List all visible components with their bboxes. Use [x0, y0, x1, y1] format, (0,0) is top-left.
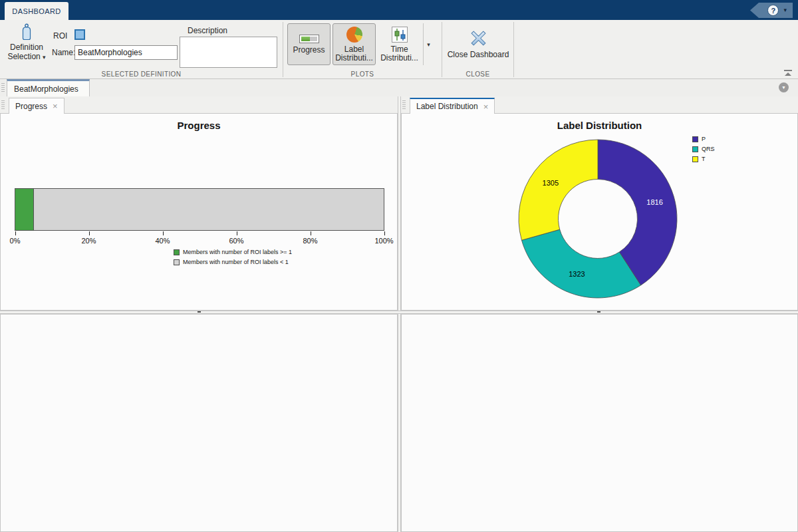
drag-grip-icon[interactable] — [1, 83, 5, 92]
roi-label: ROI — [53, 31, 67, 41]
donut-svg: 181613231305 — [402, 114, 797, 309]
legend-label: P — [702, 136, 706, 142]
panel-empty-bottom-left — [0, 314, 398, 532]
tab-beatmorphologies[interactable]: BeatMorphologies — [7, 79, 90, 96]
chart-title: Progress — [1, 120, 397, 131]
axis-tick — [15, 231, 16, 235]
label-distribution-plot-label-line2: Distributi... — [335, 53, 373, 63]
minimize-ribbon-icon — [784, 70, 792, 71]
close-tab-icon[interactable]: × — [53, 102, 58, 110]
close-dashboard-button[interactable]: Close Dashboard — [446, 23, 511, 65]
tab-progress[interactable]: Progress × — [9, 98, 65, 114]
arrow-up-icon — [785, 72, 791, 76]
time-distribution-plot-label-line1: Time — [390, 45, 408, 54]
axis-tick-label: 60% — [229, 237, 243, 245]
legend-swatch — [692, 156, 698, 162]
legend-item: T — [692, 156, 715, 162]
panel-progress: Progress × Progress 0%20%40%60%80%100% M… — [0, 96, 398, 311]
progress-plot-button[interactable]: Progress — [287, 23, 331, 65]
legend-item: P — [692, 136, 715, 142]
help-caret-icon: ▾ — [783, 7, 787, 13]
dashboard-grid: Progress × Progress 0%20%40%60%80%100% M… — [0, 96, 798, 532]
slice-value-label: 1323 — [569, 270, 585, 278]
axis-tick-label: 40% — [155, 237, 170, 245]
definition-selection-button[interactable]: Definition Selection ▾ — [3, 23, 51, 66]
donut-legend: PQRST — [692, 136, 715, 166]
slice-value-label: 1816 — [646, 198, 662, 206]
splitter-grip-icon — [597, 311, 600, 313]
time-distribution-plot-button[interactable]: Time Distributi... — [378, 23, 421, 65]
axis-tick-label: 80% — [303, 237, 317, 245]
axis-tick-label: 100% — [374, 237, 393, 245]
section-close: Close Dashboard CLOSE — [442, 20, 513, 78]
legend-item: Members with number of ROI labels < 1 — [174, 259, 292, 265]
legend-label: T — [702, 156, 706, 162]
help-icon: ? — [767, 5, 779, 16]
description-label: Description — [188, 26, 227, 35]
axis-tick — [163, 231, 164, 235]
roi-color-swatch-icon — [74, 29, 85, 40]
definition-selection-label-line1: Definition — [10, 43, 43, 52]
legend-label: QRS — [702, 146, 715, 152]
drag-grip-icon[interactable] — [402, 100, 406, 110]
ribbon-divider — [513, 22, 514, 77]
label-distribution-plot-label-line1: Label — [344, 45, 364, 54]
time-distribution-plot-label-line2: Distributi... — [380, 53, 418, 63]
definition-selection-label-line2: Selection — [7, 52, 40, 61]
legend-swatch — [174, 259, 180, 265]
pie-chart-icon — [346, 27, 362, 43]
caret-down-icon: ▾ — [43, 54, 46, 61]
section-plots: Progress Label Distributi... — [283, 20, 442, 78]
document-tabbar: BeatMorphologies ▼ — [0, 79, 798, 96]
legend-swatch — [692, 136, 698, 142]
legend-swatch — [174, 249, 180, 255]
close-x-icon — [470, 30, 487, 47]
chevron-down-icon: ▼ — [781, 85, 786, 90]
section-selected-definition: Definition Selection ▾ ROI Name: Descrip… — [0, 20, 283, 78]
axis-tick — [89, 231, 90, 235]
label-distribution-chart: Label Distribution 181613231305 PQRST — [402, 114, 797, 310]
drag-grip-icon[interactable] — [1, 100, 5, 110]
tab-label-distribution[interactable]: Label Distribution × — [410, 98, 495, 114]
axis-tick — [311, 231, 311, 235]
caret-down-icon: ▾ — [427, 41, 430, 48]
legend-swatch — [692, 146, 698, 152]
progress-bar-icon — [299, 35, 319, 43]
axis-tick-label: 0% — [10, 237, 21, 245]
legend-label: Members with number of ROI labels < 1 — [183, 259, 289, 265]
tag-icon — [20, 23, 33, 41]
panel-label-distribution: Label Distribution × Label Distribution … — [401, 96, 798, 311]
ribbon: Definition Selection ▾ ROI Name: Descrip… — [0, 20, 798, 79]
progress-bar-track — [15, 188, 384, 231]
section-label-selected-definition: SELECTED DEFINITION — [0, 70, 283, 78]
axis-tick-label: 20% — [81, 237, 96, 245]
help-button[interactable]: ? ▾ — [750, 3, 793, 18]
close-dashboard-label: Close Dashboard — [448, 50, 509, 59]
section-label-plots: PLOTS — [283, 70, 442, 78]
progress-chart: Progress 0%20%40%60%80%100% Members with… — [1, 114, 397, 310]
close-tab-icon[interactable]: × — [483, 102, 489, 111]
minimize-ribbon-button[interactable] — [783, 70, 793, 76]
section-label-close: CLOSE — [442, 70, 513, 78]
donut-slice-t — [519, 140, 598, 240]
tab-dashboard[interactable]: DASHBOARD — [5, 2, 68, 20]
progress-legend: Members with number of ROI labels >= 1Me… — [174, 249, 292, 269]
progress-bar-fill — [15, 189, 34, 230]
boxplot-icon — [392, 27, 408, 43]
splitter-grip-icon — [198, 311, 201, 313]
axis-tick — [237, 231, 237, 235]
panel-empty-bottom-right — [401, 314, 798, 532]
label-distribution-plot-button[interactable]: Label Distributi... — [332, 23, 376, 65]
name-label: Name: — [52, 48, 75, 57]
axis-tick — [384, 231, 385, 235]
legend-label: Members with number of ROI labels >= 1 — [183, 249, 292, 255]
tab-overflow-button[interactable]: ▼ — [779, 82, 789, 92]
name-input[interactable] — [74, 45, 178, 60]
plots-gallery-dropdown-button[interactable]: ▾ — [423, 23, 434, 65]
tab-progress-label: Progress — [15, 102, 47, 111]
titlebar: DASHBOARD ? ▾ — [0, 0, 798, 20]
description-textarea[interactable] — [180, 37, 277, 68]
progress-plot-label: Progress — [293, 45, 325, 55]
legend-item: QRS — [692, 146, 715, 152]
slice-value-label: 1305 — [543, 179, 559, 187]
